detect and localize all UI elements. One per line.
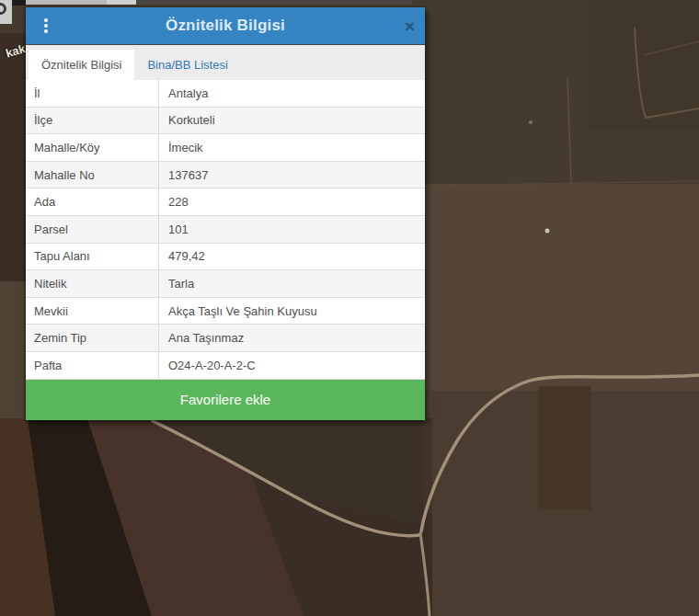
top-bar-fragment-black <box>12 0 26 6</box>
table-row: Mahalle/Köy İmecik <box>26 134 425 162</box>
partial-toolbar-button[interactable] <box>0 0 12 24</box>
partial-tool-icon <box>0 3 6 15</box>
tab-oznitelik-bilgisi[interactable]: Öznitelik Bilgisi <box>29 50 134 80</box>
close-icon[interactable]: × <box>405 17 415 35</box>
top-bar-fragment-gray2 <box>107 0 136 5</box>
table-row: Tapu Alanı 479,42 <box>26 244 425 271</box>
row-label: Tapu Alanı <box>26 244 159 270</box>
table-row: Ada 228 <box>26 188 425 216</box>
row-value: Antalya <box>159 86 425 100</box>
dialog-title: Öznitelik Bilgisi <box>166 17 285 35</box>
table-row: İlçe Korkuteli <box>26 108 425 135</box>
row-label: Parsel <box>26 216 159 243</box>
screen: kak Öznitelik Bilgisi × Öznitelik Bilgis… <box>0 0 699 616</box>
table-row: Mevkii Akça Taşlı Ve Şahin Kuyusu <box>26 298 425 325</box>
table-row: İl Antalya <box>26 80 425 108</box>
row-value: 137637 <box>159 168 425 182</box>
row-value: 479,42 <box>159 249 425 263</box>
row-value: İmecik <box>159 141 425 154</box>
top-bar-fragment-gray <box>26 0 107 5</box>
row-value: Korkuteli <box>159 113 425 127</box>
table-row: Pafta O24-A-20-A-2-C <box>26 352 425 380</box>
row-label: Zemin Tip <box>26 325 159 351</box>
attribute-info-dialog: Öznitelik Bilgisi × Öznitelik Bilgisi Bi… <box>26 7 425 420</box>
row-value: Tarla <box>159 277 425 291</box>
row-label: Mevkii <box>26 298 159 325</box>
row-label: Nitelik <box>26 270 159 297</box>
row-label: Pafta <box>26 352 159 379</box>
add-to-favorites-button[interactable]: Favorilere ekle <box>26 380 425 420</box>
row-value: 101 <box>159 222 425 236</box>
row-value: O24-A-20-A-2-C <box>159 359 425 372</box>
row-label: Mahalle/Köy <box>26 134 159 161</box>
top-bar-fragment-dark <box>136 0 412 5</box>
table-row: Parsel 101 <box>26 216 425 244</box>
table-row: Zemin Tip Ana Taşınmaz <box>26 325 425 352</box>
row-value: Ana Taşınmaz <box>159 331 425 345</box>
tab-bar: Öznitelik Bilgisi Bina/BB Listesi <box>26 44 425 80</box>
row-label: Mahalle No <box>26 162 159 188</box>
row-value: 228 <box>159 195 425 209</box>
row-label: İlçe <box>26 108 159 134</box>
row-label: Ada <box>26 188 159 215</box>
kebab-menu-icon[interactable] <box>41 16 51 36</box>
tab-bina-bb-listesi[interactable]: Bina/BB Listesi <box>134 50 240 80</box>
table-row: Nitelik Tarla <box>26 270 425 298</box>
row-value: Akça Taşlı Ve Şahin Kuyusu <box>159 304 425 318</box>
dialog-header: Öznitelik Bilgisi × <box>26 7 425 44</box>
table-row: Mahalle No 137637 <box>26 162 425 189</box>
row-label: İl <box>26 80 159 107</box>
attribute-table: İl Antalya İlçe Korkuteli Mahalle/Köy İm… <box>26 80 425 380</box>
